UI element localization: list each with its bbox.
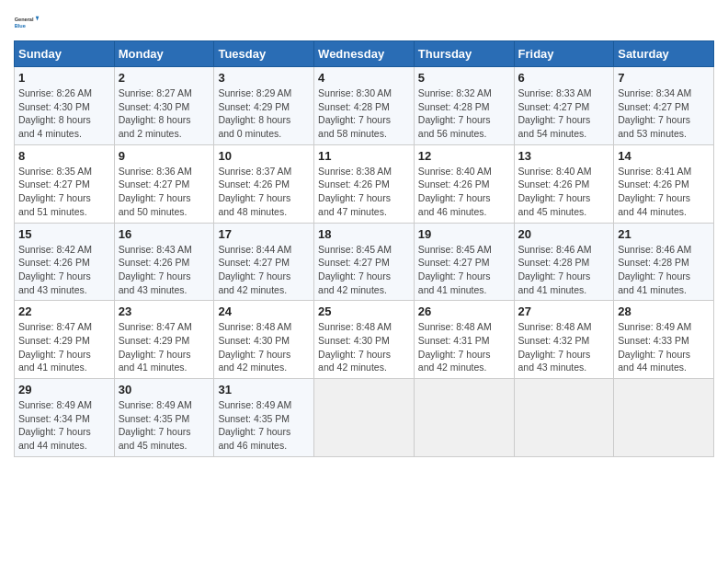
calendar-week-row: 22Sunrise: 8:47 AM Sunset: 4:29 PM Dayli…	[15, 301, 714, 379]
day-detail: Sunrise: 8:38 AM Sunset: 4:26 PM Dayligh…	[318, 165, 410, 219]
calendar-cell: 8Sunrise: 8:35 AM Sunset: 4:27 PM Daylig…	[15, 144, 115, 223]
column-header-sunday: Sunday	[15, 41, 115, 67]
day-number: 5	[418, 71, 510, 85]
calendar-cell: 14Sunrise: 8:41 AM Sunset: 4:26 PM Dayli…	[614, 144, 714, 223]
day-number: 6	[518, 71, 610, 85]
calendar-cell: 11Sunrise: 8:38 AM Sunset: 4:26 PM Dayli…	[314, 144, 415, 223]
day-number: 25	[318, 304, 410, 318]
day-number: 10	[218, 149, 310, 163]
day-number: 19	[418, 227, 510, 241]
day-detail: Sunrise: 8:44 AM Sunset: 4:27 PM Dayligh…	[218, 243, 310, 297]
calendar-week-row: 1Sunrise: 8:26 AM Sunset: 4:30 PM Daylig…	[15, 67, 714, 145]
day-number: 13	[518, 149, 610, 163]
calendar-cell: 23Sunrise: 8:47 AM Sunset: 4:29 PM Dayli…	[114, 301, 214, 379]
day-detail: Sunrise: 8:30 AM Sunset: 4:28 PM Dayligh…	[318, 86, 410, 141]
day-number: 3	[218, 71, 310, 85]
day-detail: Sunrise: 8:49 AM Sunset: 4:35 PM Dayligh…	[218, 398, 310, 453]
column-header-friday: Friday	[514, 41, 614, 67]
calendar-cell: 17Sunrise: 8:44 AM Sunset: 4:27 PM Dayli…	[214, 223, 314, 301]
day-detail: Sunrise: 8:26 AM Sunset: 4:30 PM Dayligh…	[18, 86, 110, 141]
day-detail: Sunrise: 8:35 AM Sunset: 4:27 PM Dayligh…	[18, 165, 110, 219]
day-detail: Sunrise: 8:29 AM Sunset: 4:29 PM Dayligh…	[218, 86, 310, 141]
calendar-cell: 28Sunrise: 8:49 AM Sunset: 4:33 PM Dayli…	[614, 301, 714, 379]
calendar-cell: 26Sunrise: 8:48 AM Sunset: 4:31 PM Dayli…	[414, 301, 514, 379]
day-detail: Sunrise: 8:42 AM Sunset: 4:26 PM Dayligh…	[18, 243, 110, 297]
calendar-cell: 21Sunrise: 8:46 AM Sunset: 4:28 PM Dayli…	[614, 223, 714, 301]
column-header-thursday: Thursday	[414, 41, 514, 67]
column-header-saturday: Saturday	[614, 41, 714, 67]
day-number: 21	[618, 227, 710, 241]
calendar-cell: 5Sunrise: 8:32 AM Sunset: 4:28 PM Daylig…	[414, 67, 514, 145]
day-detail: Sunrise: 8:32 AM Sunset: 4:28 PM Dayligh…	[418, 86, 510, 141]
day-detail: Sunrise: 8:46 AM Sunset: 4:28 PM Dayligh…	[618, 243, 710, 297]
calendar-week-row: 29Sunrise: 8:49 AM Sunset: 4:34 PM Dayli…	[15, 379, 714, 457]
calendar-cell: 27Sunrise: 8:48 AM Sunset: 4:32 PM Dayli…	[514, 301, 614, 379]
column-header-wednesday: Wednesday	[314, 41, 415, 67]
calendar-cell: 22Sunrise: 8:47 AM Sunset: 4:29 PM Dayli…	[15, 301, 115, 379]
day-detail: Sunrise: 8:49 AM Sunset: 4:34 PM Dayligh…	[18, 398, 110, 453]
calendar-cell: 9Sunrise: 8:36 AM Sunset: 4:27 PM Daylig…	[114, 144, 214, 223]
calendar-cell: 15Sunrise: 8:42 AM Sunset: 4:26 PM Dayli…	[15, 223, 115, 301]
calendar-cell: 7Sunrise: 8:34 AM Sunset: 4:27 PM Daylig…	[614, 67, 714, 145]
calendar-cell: 18Sunrise: 8:45 AM Sunset: 4:27 PM Dayli…	[314, 223, 415, 301]
calendar-cell: 16Sunrise: 8:43 AM Sunset: 4:26 PM Dayli…	[114, 223, 214, 301]
day-number: 30	[119, 383, 210, 396]
day-number: 24	[218, 304, 310, 318]
calendar-cell	[614, 379, 714, 457]
calendar-week-row: 8Sunrise: 8:35 AM Sunset: 4:27 PM Daylig…	[15, 144, 714, 223]
day-detail: Sunrise: 8:47 AM Sunset: 4:29 PM Dayligh…	[119, 320, 210, 374]
day-number: 26	[418, 304, 510, 318]
calendar-cell	[314, 379, 415, 457]
svg-marker-2	[36, 17, 40, 21]
day-number: 27	[518, 304, 610, 318]
day-number: 4	[318, 71, 410, 85]
calendar-cell: 10Sunrise: 8:37 AM Sunset: 4:26 PM Dayli…	[214, 144, 314, 223]
calendar-cell: 4Sunrise: 8:30 AM Sunset: 4:28 PM Daylig…	[314, 67, 415, 145]
day-detail: Sunrise: 8:45 AM Sunset: 4:27 PM Dayligh…	[318, 243, 410, 297]
day-number: 8	[18, 149, 110, 163]
calendar-cell: 19Sunrise: 8:45 AM Sunset: 4:27 PM Dayli…	[414, 223, 514, 301]
day-detail: Sunrise: 8:27 AM Sunset: 4:30 PM Dayligh…	[119, 86, 210, 141]
day-detail: Sunrise: 8:40 AM Sunset: 4:26 PM Dayligh…	[518, 165, 610, 219]
day-number: 31	[218, 383, 310, 396]
calendar-cell: 1Sunrise: 8:26 AM Sunset: 4:30 PM Daylig…	[15, 67, 115, 145]
day-detail: Sunrise: 8:48 AM Sunset: 4:30 PM Dayligh…	[318, 320, 410, 374]
day-detail: Sunrise: 8:48 AM Sunset: 4:30 PM Dayligh…	[218, 320, 310, 374]
day-number: 12	[418, 149, 510, 163]
logo-icon: GeneralBlue	[14, 9, 40, 35]
calendar-header-row: SundayMondayTuesdayWednesdayThursdayFrid…	[15, 41, 714, 67]
calendar-cell: 20Sunrise: 8:46 AM Sunset: 4:28 PM Dayli…	[514, 223, 614, 301]
calendar-cell: 6Sunrise: 8:33 AM Sunset: 4:27 PM Daylig…	[514, 67, 614, 145]
column-header-monday: Monday	[114, 41, 214, 67]
calendar-cell: 29Sunrise: 8:49 AM Sunset: 4:34 PM Dayli…	[15, 379, 115, 457]
logo: GeneralBlue	[14, 9, 40, 35]
day-detail: Sunrise: 8:48 AM Sunset: 4:32 PM Dayligh…	[518, 320, 610, 374]
day-detail: Sunrise: 8:41 AM Sunset: 4:26 PM Dayligh…	[618, 165, 710, 219]
day-number: 16	[119, 227, 210, 241]
calendar-cell: 12Sunrise: 8:40 AM Sunset: 4:26 PM Dayli…	[414, 144, 514, 223]
day-number: 28	[618, 304, 710, 318]
day-detail: Sunrise: 8:36 AM Sunset: 4:27 PM Dayligh…	[119, 165, 210, 219]
day-detail: Sunrise: 8:49 AM Sunset: 4:35 PM Dayligh…	[119, 398, 210, 453]
calendar-table: SundayMondayTuesdayWednesdayThursdayFrid…	[14, 40, 714, 457]
calendar-cell: 3Sunrise: 8:29 AM Sunset: 4:29 PM Daylig…	[214, 67, 314, 145]
day-number: 14	[618, 149, 710, 163]
day-detail: Sunrise: 8:34 AM Sunset: 4:27 PM Dayligh…	[618, 86, 710, 141]
day-number: 9	[119, 149, 210, 163]
calendar-cell: 2Sunrise: 8:27 AM Sunset: 4:30 PM Daylig…	[114, 67, 214, 145]
calendar-cell: 13Sunrise: 8:40 AM Sunset: 4:26 PM Dayli…	[514, 144, 614, 223]
svg-text:General: General	[15, 17, 34, 22]
day-detail: Sunrise: 8:46 AM Sunset: 4:28 PM Dayligh…	[518, 243, 610, 297]
calendar-cell	[514, 379, 614, 457]
day-number: 17	[218, 227, 310, 241]
day-number: 23	[119, 304, 210, 318]
calendar-week-row: 15Sunrise: 8:42 AM Sunset: 4:26 PM Dayli…	[15, 223, 714, 301]
day-number: 20	[518, 227, 610, 241]
day-number: 2	[119, 71, 210, 85]
day-number: 7	[618, 71, 710, 85]
calendar-cell: 24Sunrise: 8:48 AM Sunset: 4:30 PM Dayli…	[214, 301, 314, 379]
svg-text:Blue: Blue	[15, 23, 26, 29]
day-number: 15	[18, 227, 110, 241]
day-detail: Sunrise: 8:40 AM Sunset: 4:26 PM Dayligh…	[418, 165, 510, 219]
day-detail: Sunrise: 8:49 AM Sunset: 4:33 PM Dayligh…	[618, 320, 710, 374]
